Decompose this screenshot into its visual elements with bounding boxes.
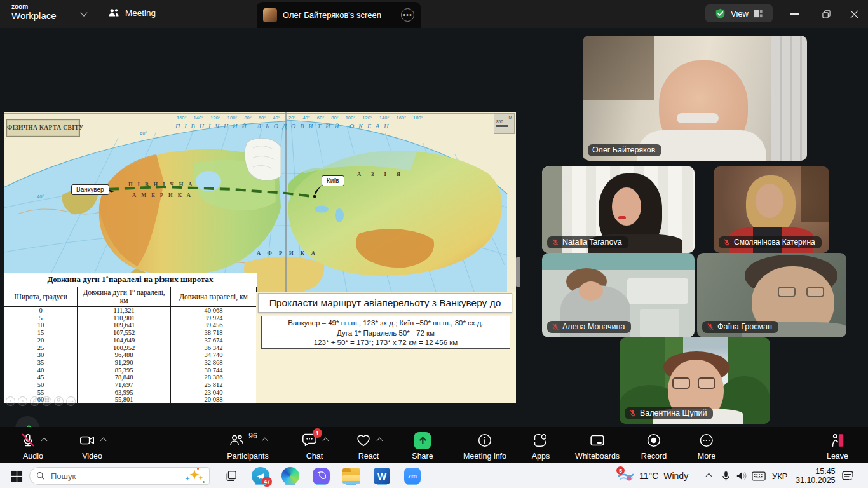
kyiv-callout: Київ <box>322 175 344 186</box>
taskbar-word-icon[interactable]: W <box>372 466 392 486</box>
table-row: 20104,64937 674 <box>4 337 257 344</box>
meeting-main-area: ФІЗИЧНА КАРТА СВІТУ 160° 140° 120° 100° … <box>0 28 868 463</box>
apps-icon <box>532 432 549 449</box>
whiteboards-button[interactable]: Whiteboards <box>575 431 620 461</box>
chat-options-chevron[interactable] <box>323 437 329 444</box>
cell: 111,321 <box>78 307 171 315</box>
background-cabinet <box>771 36 807 161</box>
table-header: Довжина паралелі, км <box>171 287 257 307</box>
video-tile-valentyna[interactable]: Валентина Щупий <box>620 337 770 424</box>
table-row: 25100,95236 342 <box>4 344 257 352</box>
taskbar-file-explorer-icon[interactable] <box>341 466 362 486</box>
share-button[interactable]: Share <box>412 431 433 461</box>
cell: 85,395 <box>78 367 171 374</box>
tray-volume-icon[interactable] <box>736 463 747 488</box>
tab-options-icon[interactable]: ••• <box>401 8 414 22</box>
weather-widget[interactable]: 5 11°C Windy <box>618 463 688 488</box>
participant-name: Фаїна Гросман <box>717 322 772 331</box>
table-row: 5563,99523 040 <box>4 389 257 396</box>
react-button[interactable]: React <box>355 431 382 461</box>
cell: 37 674 <box>171 337 257 344</box>
person-face <box>579 281 603 301</box>
taskbar-zoom-icon[interactable]: zm <box>402 466 423 486</box>
background-furniture <box>583 36 654 100</box>
table-row: 5110,90139 924 <box>4 315 257 322</box>
participant-name: Алена Моначина <box>562 322 625 331</box>
muted-mic-icon <box>552 323 559 331</box>
legend-scale-bar <box>496 125 508 127</box>
maximize-button[interactable] <box>812 0 840 28</box>
tray-show-hidden-icons[interactable] <box>707 463 711 488</box>
video-tile-oleg[interactable]: Олег Байтеряков <box>583 36 807 161</box>
cell: 40 068 <box>171 307 257 315</box>
participants-options-chevron[interactable] <box>262 437 268 444</box>
chevron-down-icon[interactable] <box>80 9 87 16</box>
notification-center-button[interactable] <box>842 463 854 488</box>
share-scrollbar-thumb[interactable] <box>516 257 520 287</box>
show-slides-button[interactable] <box>42 396 51 406</box>
africa-label: АФРИКА <box>257 250 322 256</box>
table-row: 3591,29032 868 <box>4 359 257 367</box>
apps-button[interactable]: Apps <box>532 431 550 461</box>
taskbar-viber-icon[interactable] <box>311 466 331 486</box>
search-input[interactable]: Пошук <box>29 467 210 485</box>
task-calculation-box: Ванкувер – 49* пн.ш., 123* зх.д.; Київ –… <box>261 316 510 349</box>
video-tile-alena[interactable]: Алена Моначина <box>542 253 695 337</box>
pen-tool-button[interactable] <box>30 396 39 406</box>
language-label: УКР <box>772 471 788 481</box>
video-tile-faina[interactable]: Фаїна Гросман <box>697 253 846 337</box>
next-slide-button[interactable]: › <box>18 396 27 406</box>
cell: 20 088 <box>171 396 257 403</box>
minimize-button[interactable] <box>780 0 808 28</box>
video-options-chevron[interactable] <box>100 437 107 444</box>
participants-button[interactable]: 96 Participants <box>227 431 268 461</box>
more-button[interactable]: More <box>698 431 715 461</box>
language-indicator[interactable]: УКР <box>772 463 788 488</box>
physical-map-image <box>4 112 516 292</box>
view-button[interactable]: View <box>705 4 773 22</box>
share-icon <box>414 432 431 449</box>
leave-label: Leave <box>827 452 848 461</box>
background-desks <box>627 278 688 304</box>
person-glasses <box>778 287 796 297</box>
cell: 5 <box>4 315 78 322</box>
record-button[interactable]: Record <box>641 431 667 461</box>
cell: 35 <box>4 359 78 367</box>
audio-button[interactable]: Audio <box>20 431 46 461</box>
weather-alert-badge: 5 <box>616 466 625 475</box>
clock-widget[interactable]: 15:45 31.10.2025 <box>796 463 836 488</box>
taskbar-edge-icon[interactable] <box>280 466 301 486</box>
chat-unread-badge: 1 <box>313 428 322 438</box>
video-button[interactable]: Video <box>79 431 105 461</box>
video-tile-smolianinova[interactable]: Смолянінова Катерина <box>714 166 829 253</box>
meeting-info-button[interactable]: Meeting info <box>463 431 506 461</box>
close-button[interactable] <box>840 0 868 28</box>
search-placeholder: Пошук <box>51 471 76 481</box>
tray-keyboard-icon[interactable] <box>752 463 766 488</box>
chat-button[interactable]: 1 Chat <box>301 431 328 461</box>
react-options-chevron[interactable] <box>377 437 383 444</box>
previous-slide-button[interactable]: ‹ <box>6 396 15 406</box>
avatar <box>263 8 277 22</box>
tab-screen-share[interactable]: Олег Байтеряков's screen ••• <box>257 2 421 28</box>
meeting-toolbar: Audio Video 96 Participants 1 Chat <box>0 427 868 463</box>
person-face <box>756 184 783 218</box>
task-view-button[interactable] <box>221 466 241 486</box>
tray-mic-icon[interactable] <box>722 463 730 488</box>
weather-condition-label: Windy <box>663 471 688 481</box>
leave-button[interactable]: Leave <box>827 431 848 461</box>
zoom-slide-button[interactable] <box>54 396 64 406</box>
taskbar-telegram-icon[interactable]: 47 <box>250 466 271 486</box>
temperature-label: 11°C <box>639 471 658 481</box>
copilot-sparkle-icon <box>186 469 203 483</box>
cell: 109,641 <box>78 322 171 329</box>
start-button[interactable] <box>6 466 27 486</box>
video-tile-natalia[interactable]: Natalia Taranova <box>542 166 695 253</box>
share-label: Share <box>412 452 433 461</box>
cell: 71,697 <box>78 381 171 389</box>
north-america-label-1: ПІВНІЧНА <box>128 181 198 187</box>
tab-meeting[interactable]: Meeting <box>108 7 156 18</box>
more-slideshow-options-button[interactable]: ⋯ <box>66 396 76 406</box>
audio-options-chevron[interactable] <box>41 437 48 444</box>
cell: 34 740 <box>171 351 257 359</box>
